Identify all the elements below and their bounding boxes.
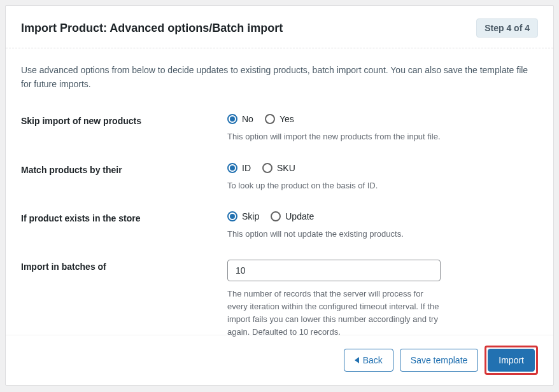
radio-label: SKU xyxy=(277,163,295,173)
import-highlight: Import xyxy=(485,346,538,375)
helper-batch-size: The number of records that the server wi… xyxy=(227,288,441,339)
back-button-label: Back xyxy=(363,354,383,366)
radio-label: ID xyxy=(242,163,251,173)
field-label-match-by: Match products by their xyxy=(21,163,227,177)
field-label-skip-new: Skip import of new products xyxy=(21,114,227,128)
import-panel: Import Product: Advanced options/Batch i… xyxy=(5,5,554,386)
field-control-match-by: ID SKU To look up the product on the bas… xyxy=(227,163,538,192)
field-control-batch-size: The number of records that the server wi… xyxy=(227,260,538,339)
radio-match-by-id[interactable]: ID xyxy=(227,163,251,173)
radio-label: No xyxy=(242,114,253,124)
page-description: Use advanced options from below to decid… xyxy=(21,64,538,91)
panel-footer: Back Save template Import xyxy=(6,335,553,385)
radio-group-if-exists: Skip Update xyxy=(227,211,538,221)
batch-size-input[interactable] xyxy=(227,260,441,281)
radio-unchecked-icon xyxy=(265,114,275,124)
field-label-batch-size: Import in batches of xyxy=(21,260,227,274)
chevron-left-icon xyxy=(355,357,359,363)
import-button[interactable]: Import xyxy=(488,349,535,372)
panel-header: Import Product: Advanced options/Batch i… xyxy=(6,6,553,48)
radio-checked-icon xyxy=(227,114,237,124)
field-control-if-exists: Skip Update This option will not update … xyxy=(227,211,538,241)
radio-group-match-by: ID SKU xyxy=(227,163,538,173)
radio-checked-icon xyxy=(227,163,237,173)
field-label-if-exists: If product exists in the store xyxy=(21,211,227,225)
helper-skip-new: This option will import the new products… xyxy=(227,130,441,143)
field-control-skip-new: No Yes This option will import the new p… xyxy=(227,114,538,143)
field-match-by: Match products by their ID SKU To look u… xyxy=(21,163,538,192)
back-button[interactable]: Back xyxy=(344,349,393,372)
radio-label: Yes xyxy=(280,114,294,124)
helper-match-by: To look up the product on the basis of I… xyxy=(227,179,441,192)
radio-if-exists-skip[interactable]: Skip xyxy=(227,211,259,221)
import-button-label: Import xyxy=(499,354,524,366)
field-batch-size: Import in batches of The number of recor… xyxy=(21,260,538,339)
radio-unchecked-icon xyxy=(262,163,272,173)
radio-label: Skip xyxy=(242,211,259,221)
step-indicator: Step 4 of 4 xyxy=(476,18,538,38)
radio-skip-new-no[interactable]: No xyxy=(227,114,253,124)
helper-if-exists: This option will not update the existing… xyxy=(227,228,441,241)
radio-unchecked-icon xyxy=(271,211,281,221)
panel-content: Use advanced options from below to decid… xyxy=(6,48,553,339)
save-template-label: Save template xyxy=(411,354,468,366)
save-template-button[interactable]: Save template xyxy=(400,349,479,372)
radio-match-by-sku[interactable]: SKU xyxy=(262,163,295,173)
radio-skip-new-yes[interactable]: Yes xyxy=(265,114,294,124)
radio-checked-icon xyxy=(227,211,237,221)
radio-if-exists-update[interactable]: Update xyxy=(271,211,314,221)
field-if-exists: If product exists in the store Skip Upda… xyxy=(21,211,538,241)
field-skip-new: Skip import of new products No Yes This … xyxy=(21,114,538,143)
page-title: Import Product: Advanced options/Batch i… xyxy=(21,22,283,35)
radio-label: Update xyxy=(285,211,314,221)
radio-group-skip-new: No Yes xyxy=(227,114,538,124)
